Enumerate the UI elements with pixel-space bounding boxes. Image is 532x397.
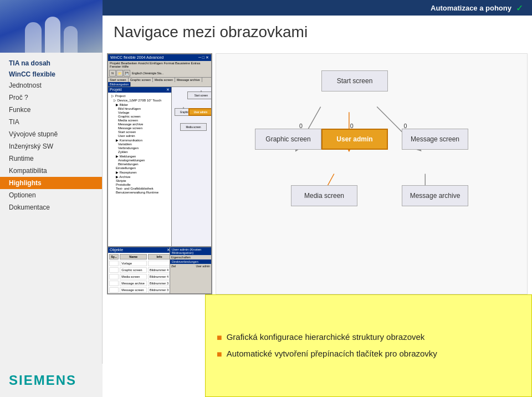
upper-content: WinCC flexible 2004 Advanced ─ □ ✕ Proje… bbox=[103, 53, 532, 294]
tree-user[interactable]: User admin bbox=[109, 134, 170, 138]
flow-node-message-screen: Message screen bbox=[402, 129, 468, 150]
tree-title: Projekt ✕ bbox=[108, 87, 171, 93]
flow-node-graphic: Graphic screen bbox=[255, 129, 321, 150]
tree-project[interactable]: ▷ Project bbox=[109, 93, 170, 98]
main-content: Navigace mezi obrazovkami WinCC flexible… bbox=[103, 16, 532, 397]
siemens-logo: SIEMENS bbox=[9, 373, 76, 388]
eigenschaften-label: Eigenschaften bbox=[170, 255, 211, 259]
info-text-1: Grafická konfigurace hierarchické strukt… bbox=[227, 332, 425, 343]
objects-label: Objekte bbox=[110, 248, 123, 252]
toolbar-btn-save[interactable]: 💾 bbox=[124, 70, 130, 77]
bullet-1: ■ bbox=[217, 332, 222, 344]
page-title-area: Navigace mezi obrazovkami bbox=[103, 16, 532, 45]
tree-analog[interactable]: Analogmeldungen bbox=[109, 158, 170, 162]
tree-benutzer[interactable]: Benutzerverwaltung Runtime bbox=[109, 190, 170, 194]
sidebar-item-runtime[interactable]: Runtime bbox=[0, 152, 102, 165]
table-row: Start screen*Bildnummer bbox=[109, 294, 171, 294]
tree-meldungen[interactable]: ▶ Meldungen bbox=[109, 154, 170, 158]
toolbar-btn-open[interactable]: 📁 bbox=[116, 70, 123, 77]
label-0-1: 0 bbox=[201, 90, 202, 93]
objects-panel: Objekte ✕ Sy... Name Info Vorlage Graphi… bbox=[108, 246, 172, 293]
tree-vorlage[interactable]: Vorlage bbox=[109, 110, 170, 114]
tab-start[interactable]: Start screen bbox=[108, 78, 129, 82]
toolbar-btn-new[interactable]: N bbox=[109, 70, 116, 77]
sidebar-item-tia[interactable]: TIA bbox=[0, 116, 102, 128]
sidebar-item-jednotnost[interactable]: Jednotnost bbox=[0, 79, 102, 91]
info-item-2: ■ Automatické vytvoření přepínacích tlač… bbox=[217, 348, 520, 360]
nav-items: TIA na dosah WinCC flexible Jednotnost P… bbox=[0, 53, 102, 397]
sidebar-item-inzenyrsky[interactable]: Inženýrský SW bbox=[0, 140, 102, 152]
nav-section-wincc: WinCC flexible bbox=[0, 68, 102, 79]
tree-rezepturen[interactable]: ▶ Rezepturen bbox=[109, 170, 170, 174]
tree-protokolle[interactable]: Protokolle bbox=[109, 182, 170, 186]
sidebar-item-kompatibilita[interactable]: Kompatibilita bbox=[0, 165, 102, 177]
ziel-row: Ziel User admin bbox=[170, 264, 211, 268]
project-tree: Projekt ✕ ▷ Project ▷ Device_1(MP 270B 1… bbox=[108, 87, 172, 262]
wincc-controls: ─ □ ✕ bbox=[198, 55, 209, 60]
tab-graphic[interactable]: Graphic screen bbox=[129, 78, 153, 82]
tab-bildnav[interactable]: Bildnavigation bbox=[108, 82, 131, 86]
tree-media[interactable]: Media screen bbox=[109, 118, 170, 122]
tree-archive[interactable]: ▶ Archive bbox=[109, 174, 170, 179]
nav-section-tia: TIA na dosah bbox=[0, 57, 102, 68]
tab-message[interactable]: Message archive bbox=[175, 78, 202, 82]
col-info: Info bbox=[148, 254, 171, 259]
tree-kommunikation[interactable]: ▶ Kommunikation bbox=[109, 138, 170, 142]
table-row: Graphic screenBildnummer 4 bbox=[109, 267, 171, 273]
sidebar-item-vyvojove[interactable]: Vývojové stupně bbox=[0, 128, 102, 140]
wincc-menubar: Projekt Bearbeiten Ansicht Einfügen Form… bbox=[108, 61, 211, 69]
sidebar-item-optionen[interactable]: Optionen bbox=[0, 189, 102, 201]
sidebar-item-proc[interactable]: Proč ? bbox=[0, 91, 102, 104]
tree-title-label: Projekt bbox=[110, 88, 122, 92]
siemens-logo-area: SIEMENS bbox=[0, 364, 103, 397]
wnode-start: Start screen bbox=[187, 91, 211, 99]
tree-text[interactable]: Text- und Grafikbibliothek bbox=[109, 186, 170, 190]
tree-bit[interactable]: Bitmeldungen bbox=[109, 162, 170, 166]
sidebar-item-highlights[interactable]: Highlights bbox=[0, 177, 102, 189]
sidebar-item-funkce[interactable]: Funkce bbox=[0, 104, 102, 116]
tree-message-screen[interactable]: Message screen bbox=[109, 126, 170, 130]
tree-verbindungen[interactable]: Verbindungen bbox=[109, 146, 170, 150]
table-row: Message screenBildnummer 3 bbox=[109, 287, 171, 293]
info-text-2: Automatické vytvoření přepínacích tlačít… bbox=[227, 348, 437, 359]
tree-bild-hinzufuegen[interactable]: Bild hinzufügen bbox=[109, 106, 170, 110]
flow-diagram: 0 0 0 0 0 1 Start screen Graphic screen … bbox=[216, 53, 528, 294]
page-title: Navigace mezi obrazovkami bbox=[114, 23, 521, 41]
tree-message-archive[interactable]: Message archive bbox=[109, 122, 170, 126]
tree-zyklen[interactable]: Zyklen bbox=[109, 150, 170, 154]
wincc-title: WinCC flexible 2004 Advanced bbox=[110, 55, 163, 60]
sidebar: TIA na dosah WinCC flexible Jednotnost P… bbox=[0, 0, 103, 397]
bullet-2: ■ bbox=[217, 349, 222, 360]
ziel-value: User admin bbox=[196, 264, 210, 268]
tree-skripte[interactable]: Skripte bbox=[109, 179, 170, 182]
check-icon: ✓ bbox=[516, 3, 523, 13]
tab-media[interactable]: Media screen bbox=[153, 78, 175, 82]
tree-graphic[interactable]: Graphic screen bbox=[109, 114, 170, 118]
wincc-toolbar: N 📁 💾 Englisch (Vereinigte Sta... bbox=[108, 69, 211, 78]
sidebar-item-dokumentace[interactable]: Dokumentace bbox=[0, 201, 102, 213]
bildnav-panel: Start screen Graphic screen User admin M… bbox=[172, 87, 211, 262]
col-sy: Sy... bbox=[109, 254, 119, 259]
label-0-2: 0 bbox=[183, 106, 184, 109]
flow-node-user-admin: User admin bbox=[321, 129, 388, 150]
flow-node-media: Media screen bbox=[291, 185, 357, 206]
top-bar-title: Automatizace a pohony bbox=[431, 4, 511, 12]
table-row: Message archiveBildnummer 3 bbox=[109, 281, 171, 286]
info-box: ■ Grafická konfigurace hierarchické stru… bbox=[205, 294, 532, 397]
objects-title: Objekte ✕ bbox=[108, 247, 172, 253]
flow-node-msg-archive: Message archive bbox=[402, 185, 468, 206]
tree-variablen[interactable]: Variablen bbox=[109, 142, 170, 146]
sidebar-hero-image bbox=[0, 0, 103, 53]
direktverbindungen-item[interactable]: Direktverbindungen bbox=[170, 259, 211, 264]
user-admin-panel: User admin (Knoten Bildnavigation) Eigen… bbox=[170, 246, 211, 293]
wincc-tabs: Start screen Graphic screen Media screen… bbox=[108, 78, 211, 87]
col-name: Name bbox=[120, 254, 147, 259]
wincc-screenshot: WinCC flexible 2004 Advanced ─ □ ✕ Proje… bbox=[107, 53, 212, 294]
tree-close[interactable]: ✕ bbox=[166, 88, 170, 92]
tree-device[interactable]: ▷ Device_1(MP 270B 10" Touch bbox=[109, 98, 170, 102]
ziel-label: Ziel bbox=[171, 264, 176, 268]
tree-bilder[interactable]: ▶ Bilder bbox=[109, 102, 170, 106]
tree-einstellungen[interactable]: Einstellungen bbox=[109, 166, 170, 170]
tree-start[interactable]: Start screen bbox=[109, 130, 170, 134]
wincc-titlebar: WinCC flexible 2004 Advanced ─ □ ✕ bbox=[108, 54, 211, 61]
